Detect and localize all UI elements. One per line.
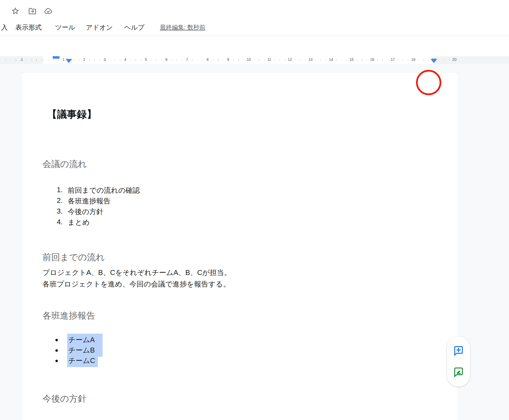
heading-meeting-flow[interactable]: 会議の流れ bbox=[43, 158, 87, 170]
list-item[interactable]: チームB bbox=[55, 345, 103, 356]
menubar: 入 表示形式 ツール アドオン ヘルプ 最終編集: 数秒前 bbox=[0, 23, 509, 32]
floating-action-capsule bbox=[447, 336, 470, 387]
bullet-icon bbox=[55, 349, 58, 352]
suggest-edits-button[interactable] bbox=[453, 367, 464, 378]
menu-tools[interactable]: ツール bbox=[55, 23, 75, 32]
list-item[interactable]: 1. 前回までの流れの確認 bbox=[57, 186, 140, 195]
heading-future-policy[interactable]: 今後の方針 bbox=[43, 393, 87, 405]
bullet-icon bbox=[55, 360, 58, 362]
first-line-indent-marker[interactable] bbox=[53, 56, 60, 59]
heading-progress-report[interactable]: 各班進捗報告 bbox=[43, 310, 95, 322]
list-item[interactable]: 4. まとめ bbox=[57, 218, 90, 227]
ruler[interactable]: 1 1 2 3 4 5 6 7 8 9 10 11 12 13 14 15 16… bbox=[0, 56, 509, 64]
menu-format[interactable]: 表示形式 bbox=[15, 23, 42, 32]
list-item[interactable]: 3. 今後の方針 bbox=[57, 207, 104, 217]
toolbar: 標準テキス... Arial − 11 + B I U A bbox=[0, 36, 509, 56]
heading-previous-flow[interactable]: 前回までの流れ bbox=[43, 251, 105, 263]
list-item[interactable]: チームA bbox=[55, 334, 103, 345]
suggest-edit-icon bbox=[453, 367, 464, 378]
star-icon[interactable] bbox=[11, 7, 20, 15]
titlebar: 入 表示形式 ツール アドオン ヘルプ 最終編集: 数秒前 bbox=[0, 0, 509, 36]
menu-help[interactable]: ヘルプ bbox=[124, 23, 145, 32]
ruler-margin-number: 1 bbox=[21, 57, 23, 62]
last-edit-link[interactable]: 最終編集: 数秒前 bbox=[160, 23, 205, 32]
document-canvas: 【議事録】 会議の流れ 1. 前回までの流れの確認 2. 各班進捗報告 3. 今… bbox=[0, 64, 509, 420]
bullet-icon bbox=[55, 339, 58, 341]
menu-insert-partial[interactable]: 入 bbox=[1, 23, 8, 32]
list-item[interactable]: チームC bbox=[55, 355, 98, 366]
doc-title[interactable]: 【議事録】 bbox=[47, 108, 97, 121]
right-indent-marker[interactable] bbox=[431, 59, 437, 63]
add-comment-float-button[interactable] bbox=[453, 345, 464, 357]
paragraph-line[interactable]: 各班プロジェクトを進め、今回の会議で進捗を報告する。 bbox=[43, 279, 230, 289]
paragraph-line[interactable]: プロジェクトA、B、CをそれぞれチームA、B、Cが担当。 bbox=[43, 268, 231, 277]
list-item[interactable]: 2. 各班進捗報告 bbox=[57, 196, 111, 206]
cloud-check-icon bbox=[44, 7, 53, 15]
document-page[interactable]: 【議事録】 会議の流れ 1. 前回までの流れの確認 2. 各班進捗報告 3. 今… bbox=[22, 73, 458, 420]
move-folder-icon[interactable] bbox=[28, 7, 37, 15]
add-comment-icon bbox=[453, 345, 464, 357]
menu-addons[interactable]: アドオン bbox=[86, 23, 113, 32]
left-indent-marker[interactable] bbox=[66, 59, 72, 63]
selected-text: チームC bbox=[67, 354, 98, 367]
